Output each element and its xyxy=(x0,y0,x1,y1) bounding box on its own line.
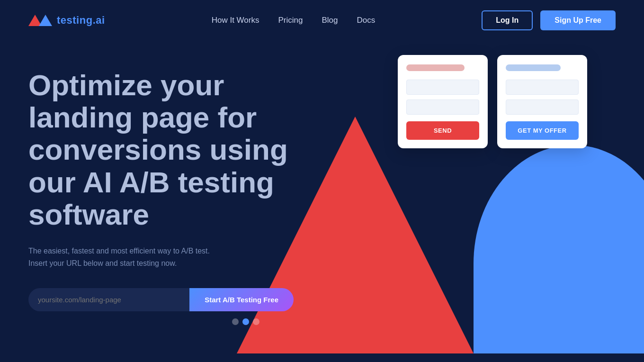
card-b-header xyxy=(506,64,561,71)
card-b-input-1[interactable] xyxy=(506,80,579,95)
nav-link-pricing[interactable]: Pricing xyxy=(278,16,303,25)
card-a-button[interactable]: SEND xyxy=(406,121,479,140)
card-a: SEND xyxy=(398,55,488,148)
nav-link-docs[interactable]: Docs xyxy=(357,16,375,25)
deco-circle-2 xyxy=(242,318,249,325)
nav-link-how-it-works[interactable]: How It Works xyxy=(212,16,259,25)
hero-text: Optimize your landing page for conversio… xyxy=(28,69,294,311)
login-button[interactable]: Log In xyxy=(482,10,533,30)
nav-actions: Log In Sign Up Free xyxy=(482,10,616,30)
card-a-input-1[interactable] xyxy=(406,80,479,95)
nav-link-blog[interactable]: Blog xyxy=(322,16,338,25)
deco-circles xyxy=(232,318,259,325)
card-b-button[interactable]: GET MY OFFER xyxy=(506,121,579,140)
card-a-header xyxy=(406,64,465,71)
nav-links: How It Works Pricing Blog Docs xyxy=(212,16,376,25)
navbar: testing.ai How It Works Pricing Blog Doc… xyxy=(0,0,644,41)
logo-triangle-blue xyxy=(39,15,52,26)
hero-section: Optimize your landing page for conversio… xyxy=(0,41,644,353)
signup-button[interactable]: Sign Up Free xyxy=(540,10,616,30)
hero-title: Optimize your landing page for conversio… xyxy=(28,69,294,231)
ab-cards-container: SEND GET MY OFFER xyxy=(398,55,587,148)
logo[interactable]: testing.ai xyxy=(28,14,105,27)
card-b: GET MY OFFER xyxy=(497,55,587,148)
logo-icon xyxy=(28,15,52,26)
nav-item-blog[interactable]: Blog xyxy=(322,16,338,25)
deco-circle-1 xyxy=(232,318,239,325)
card-b-input-2[interactable] xyxy=(506,100,579,115)
nav-item-pricing[interactable]: Pricing xyxy=(278,16,303,25)
logo-text: testing.ai xyxy=(57,14,105,27)
nav-item-docs[interactable]: Docs xyxy=(357,16,375,25)
cta-button[interactable]: Start A/B Testing Free xyxy=(189,288,294,311)
nav-item-how-it-works[interactable]: How It Works xyxy=(212,16,259,25)
bg-circle-blue xyxy=(474,145,644,353)
hero-cta: Start A/B Testing Free xyxy=(28,288,294,311)
card-a-input-2[interactable] xyxy=(406,100,479,115)
deco-circle-3 xyxy=(253,318,259,325)
hero-subtitle: The easiest, fastest and most efficient … xyxy=(28,245,294,269)
url-input[interactable] xyxy=(28,288,189,311)
